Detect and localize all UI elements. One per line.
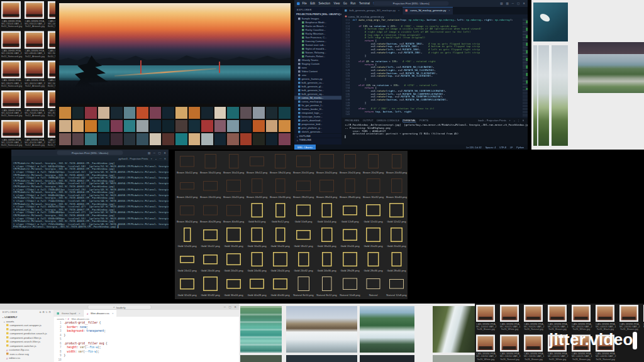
file-thumbnail[interactable]: CAN-38HW-FRA-MC-04003-VAR_18x10_Notecard… — [48, 1, 55, 28]
frame-file[interactable]: Brown 18x24.png — [270, 152, 291, 176]
color-swatch[interactable] — [150, 120, 162, 132]
color-swatch[interactable] — [189, 133, 201, 145]
file-thumbnail[interactable]: CAN-38WM-FRA-MC-90026-VAR_29x26_Natural.… — [524, 305, 543, 331]
tab-close-icon[interactable]: × — [112, 312, 113, 315]
color-swatch[interactable] — [227, 120, 239, 132]
color-swatch[interactable] — [59, 107, 71, 119]
explorer-file-item[interactable]: TIMELINE — [294, 138, 341, 142]
frame-file[interactable]: Brown 24x20.png — [223, 177, 244, 200]
new-terminal-icon[interactable]: ＋ — [150, 156, 153, 160]
color-swatch[interactable] — [124, 107, 136, 119]
file-thumbnail[interactable]: CAN-38HW-FRA-MC-24036-VAR_28x11_Notecard… — [1, 31, 22, 57]
maximize-button[interactable]: ▢ — [228, 305, 231, 309]
file-thumbnail[interactable]: CAN-38WM-FRA-MC-04003-VAR_19x31_Black.jp… — [596, 305, 615, 331]
shell-label[interactable]: bash - Projection Prints — [478, 119, 506, 123]
frame-file[interactable]: Gold 20x16.png — [340, 226, 360, 250]
terminal-tab[interactable]: OUTPUT — [363, 119, 374, 123]
color-swatch[interactable] — [201, 120, 213, 132]
split-terminal-icon[interactable]: ⌄ — [513, 119, 515, 123]
color-swatch[interactable] — [214, 133, 226, 145]
color-swatch[interactable] — [150, 133, 162, 145]
frame-file[interactable]: Gold 28x28.png — [340, 250, 360, 274]
frame-file[interactable]: Gold 24x20.png — [223, 250, 244, 274]
gallery-photo[interactable] — [286, 306, 357, 353]
close-button[interactable]: ✕ — [164, 151, 166, 155]
terminal-tab[interactable]: PROBLEMS — [345, 119, 360, 123]
color-swatch[interactable] — [85, 120, 97, 132]
file-thumbnail[interactable]: CAN-38WM-FRA-MC-90025-VAR_19x26_White.jp… — [500, 305, 519, 331]
file-thumbnail[interactable]: CAN-38WM-FRA-MC-08040-VAR_19x12_Artwork.… — [25, 31, 45, 57]
file-thumbnail[interactable]: CAN-38HW-FRA-MC-90021-VAR_38x10_Notecard… — [48, 31, 55, 57]
frame-file[interactable]: Gold 40x28.png — [247, 275, 267, 299]
frame-file[interactable]: Gold 20x24.png — [386, 226, 407, 250]
frame-file[interactable]: Brown 20x30.png — [386, 152, 407, 176]
color-swatch[interactable] — [214, 120, 226, 132]
menu-item[interactable]: Selection — [319, 2, 331, 5]
color-swatch[interactable] — [189, 120, 201, 132]
frame-file[interactable]: Natural 12x8.png — [386, 275, 407, 299]
gallery-photo[interactable] — [433, 306, 475, 353]
frame-file[interactable]: Natural — [363, 275, 384, 299]
frame-file[interactable]: Brown 24x36.png — [270, 177, 291, 200]
explorer-action-icons[interactable]: ⊕ ⊞ ↻ ⊟ — [40, 311, 52, 314]
kill-terminal-icon[interactable]: ⋮ — [518, 119, 520, 123]
gallery-photo[interactable] — [240, 306, 282, 353]
color-swatch[interactable] — [175, 133, 187, 145]
frame-file[interactable]: Brown 16x24.png — [223, 152, 244, 176]
frame-file[interactable]: Brown 20x28.png — [363, 152, 384, 176]
frame-file[interactable]: Gold 24x24.png — [270, 250, 291, 274]
color-swatch[interactable] — [85, 133, 97, 145]
color-swatch[interactable] — [279, 107, 291, 119]
layout-panel-icon[interactable]: ▤ — [148, 151, 150, 155]
frame-file[interactable]: Gold 24x32.png — [293, 250, 314, 274]
file-thumbnail[interactable]: CAN-38WM-FRA-MC-93013-VAR_29x12_Artwork.… — [25, 1, 45, 28]
frame-file[interactable]: Gold 12x8.png — [340, 201, 360, 225]
maximize-button[interactable]: ▢ — [517, 2, 519, 5]
color-swatch[interactable] — [227, 133, 239, 145]
gallery-photo[interactable] — [578, 54, 644, 93]
color-swatch[interactable] — [111, 133, 123, 145]
frame-file[interactable]: Gold 10x14.png — [316, 201, 337, 225]
color-swatch[interactable] — [136, 120, 148, 132]
minimize-button[interactable]: ─ — [153, 151, 155, 155]
frame-file[interactable]: Gold 12x24.png — [177, 226, 197, 250]
menu-item[interactable]: View — [334, 2, 340, 5]
minimize-button[interactable]: ─ — [224, 305, 226, 309]
frame-file[interactable]: Brown 16x20.png — [200, 152, 221, 176]
frame-file[interactable]: Brown 28x24.png — [316, 177, 337, 200]
color-swatch[interactable] — [266, 120, 278, 132]
close-button[interactable]: ✕ — [523, 2, 525, 5]
frame-file[interactable]: Brown 30x32.png — [363, 177, 384, 200]
frame-file[interactable]: Gold 12x12.png — [386, 201, 407, 225]
color-swatch[interactable] — [98, 133, 110, 145]
gallery-photo[interactable] — [240, 355, 282, 362]
window-title-search[interactable]: Projection Print [WSL: Ubuntu] — [374, 1, 449, 6]
dropdown-icon[interactable]: ⌄ — [155, 157, 157, 160]
color-swatch[interactable] — [72, 107, 84, 119]
explorer-file-item[interactable]: editor.css — [0, 356, 53, 360]
frame-file[interactable]: Brown 18x12.png — [247, 152, 267, 176]
frame-file[interactable]: Gold 8x12.png — [270, 201, 291, 225]
file-thumbnail[interactable]: CAN-38WM-FRA-MC-24036-VAR_19x26_Brown.jp… — [524, 334, 543, 360]
color-swatch[interactable] — [124, 133, 136, 145]
maximize-button[interactable]: ▢ — [158, 151, 160, 155]
color-swatch[interactable] — [59, 133, 71, 145]
file-thumbnail[interactable]: CAN-38HW-FRA-MC-81027-VAR_38x10_Notecard… — [48, 90, 55, 117]
color-swatch[interactable] — [279, 133, 291, 145]
file-thumbnail[interactable]: CAN-38WM-FRA-MC-70045-VAR_19x12_Artwork.… — [25, 90, 45, 117]
menu-item[interactable]: Terminal — [359, 2, 370, 5]
color-swatch[interactable] — [189, 107, 201, 119]
file-thumbnail[interactable]: CAN-38WM-FRA-MC-45016-VAR_29x12_Artwork.… — [25, 120, 45, 146]
color-swatch[interactable] — [240, 133, 252, 145]
frame-file[interactable]: Gold 16x16.png — [223, 226, 244, 250]
color-swatch[interactable] — [136, 107, 148, 119]
frame-file[interactable]: Gold 20x20.png — [363, 226, 384, 250]
frame-file[interactable]: Brown 24x32.png — [247, 177, 267, 200]
color-swatch[interactable] — [136, 133, 148, 145]
frame-file[interactable]: Gold 24x12.png — [177, 250, 197, 274]
frame-file[interactable]: Gold 32x24.png — [177, 275, 197, 299]
gallery-photo[interactable] — [533, 45, 568, 146]
file-thumbnail[interactable]: CAN-38WM-FRA-MC-24030-VAR_29x31_Brown.jp… — [619, 305, 639, 331]
frame-file[interactable]: Brown 40x28.png — [200, 201, 221, 225]
file-thumbnail[interactable]: CAN-38HW-FRA-MC-74503-VAR_18x11_Notecard… — [1, 1, 22, 28]
